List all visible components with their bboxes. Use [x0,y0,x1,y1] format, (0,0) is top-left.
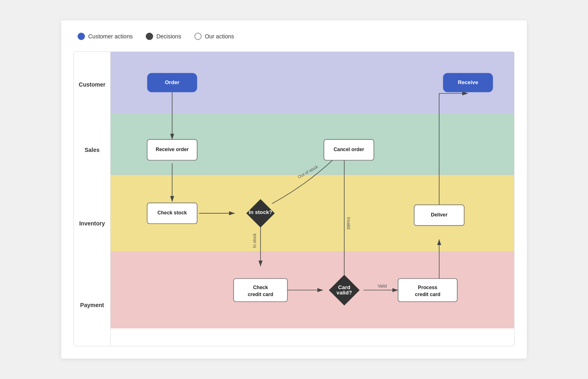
label-valid: Valid [378,284,387,288]
lane-payment: Payment [74,264,110,346]
lane-inventory: Inventory [74,183,110,264]
label-invalid: Invalid [346,217,351,230]
lane-sales: Sales [74,117,110,183]
diagram-svg-area: In stock Out of stock Valid [111,52,514,346]
flowchart-svg: In stock Out of stock Valid [111,52,514,328]
check-cc-label-1: Check [253,285,268,290]
legend-label-decisions: Decisions [156,33,181,40]
deliver-label: Deliver [431,212,448,218]
check-cc-label-2: credit card [248,292,273,297]
receive-order-label: Receive order [156,147,189,152]
cancel-order-label: Cancel order [334,147,364,152]
legend-our-actions: Our actions [194,33,234,40]
legend: Customer actions Decisions Our actions [78,33,514,40]
process-cc-label-2: credit card [415,292,440,297]
order-label: Order [165,79,180,85]
receive-label: Receive [458,79,478,85]
lane-customer: Customer [74,52,110,117]
legend-dot-dark [146,33,153,40]
check-stock-label: Check stock [158,210,187,216]
legend-label-our-actions: Our actions [205,33,234,40]
lane-labels: Customer Sales Inventory Payment [74,52,111,346]
legend-label-customer: Customer actions [88,33,133,40]
flowchart-diagram: Customer Sales Inventory Payment [74,51,514,346]
label-in-stock: In stock [252,233,257,247]
legend-customer-actions: Customer actions [78,33,133,40]
legend-dot-outline [194,33,202,40]
process-cc-label-1: Process [418,285,438,290]
legend-dot-blue [78,33,85,40]
legend-decisions: Decisions [146,33,181,40]
in-stock-label: In stock? [249,209,272,215]
page-wrapper: Customer actions Decisions Our actions C… [61,20,527,359]
card-valid-label-2: valid? [336,290,352,296]
